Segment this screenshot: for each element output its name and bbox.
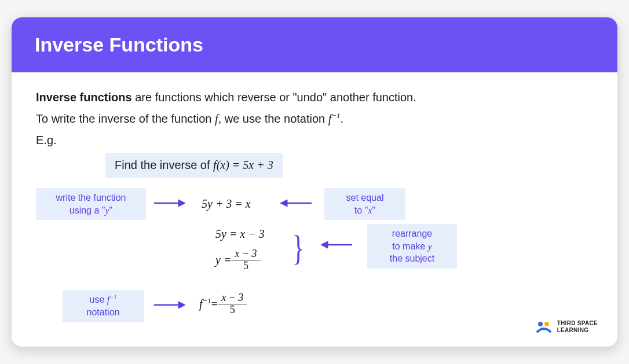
hint-l2b: notation xyxy=(87,307,120,317)
example-fx: f(x) = 5x + 3 xyxy=(213,159,273,171)
hint-l2a: use xyxy=(90,295,107,304)
eq1-text: 5y + 3 = x xyxy=(202,197,251,210)
hint-l1c: " xyxy=(109,205,113,215)
intro-line-2: To write the inverse of the function f, … xyxy=(36,110,593,128)
svg-marker-5 xyxy=(321,241,328,248)
eq3-den: 5 xyxy=(240,260,252,272)
intro-rest-1: are functions which reverse or "undo" an… xyxy=(132,91,416,104)
hint-l1v: y xyxy=(105,205,109,215)
hint-r2b: to make xyxy=(392,241,427,251)
intro-line-1: Inverse functions are functions which re… xyxy=(36,89,593,106)
brace-icon: } xyxy=(292,220,304,275)
brand-line1: THIRD SPACE xyxy=(557,320,598,327)
eq3-lhs: y = xyxy=(215,251,231,269)
hint-set-equal-x: set equal to "x" xyxy=(324,188,405,220)
hint-r2v: y xyxy=(428,241,432,251)
logo-icon xyxy=(535,320,553,334)
eq4-frac: x − 3 5 xyxy=(218,292,247,316)
intro-2b: , we use the notation xyxy=(218,112,328,125)
brand-line2: LEARNING xyxy=(557,327,598,334)
eq2-text: 5y = x − 3 xyxy=(215,227,265,240)
arrow-left-2 xyxy=(320,238,354,252)
hint-l1b: using a " xyxy=(70,205,105,215)
equation-4: f−1 = x − 3 5 xyxy=(199,292,247,316)
svg-point-8 xyxy=(538,322,543,326)
hint-r2a: rearrange xyxy=(392,229,432,238)
eq3-num: x − 3 xyxy=(231,248,260,260)
hint-r1c: " xyxy=(372,205,375,215)
hint-r2c: the subject xyxy=(390,253,434,263)
eq4-den: 5 xyxy=(226,304,239,316)
svg-marker-7 xyxy=(178,302,185,308)
finv-sup: −1 xyxy=(331,111,340,120)
content: Inverse functions are functions which re… xyxy=(12,72,617,347)
hint-l1a: write the function xyxy=(56,193,126,203)
eq4-lhs: f−1 xyxy=(199,295,211,313)
svg-marker-1 xyxy=(178,200,185,207)
arrow-right-2 xyxy=(152,298,186,312)
hint-r1b: to " xyxy=(354,205,368,215)
brand-text: THIRD SPACE LEARNING xyxy=(557,320,598,334)
eq4-num: x − 3 xyxy=(218,292,247,304)
eq4-eq: = xyxy=(211,295,218,313)
page-title: Inverse Functions xyxy=(35,34,594,56)
equation-3: y = x − 3 5 xyxy=(215,248,261,272)
hint-rearrange: rearrange to make y the subject xyxy=(367,224,457,269)
eq3-frac: x − 3 5 xyxy=(231,248,260,272)
svg-marker-3 xyxy=(280,200,287,207)
hint-l2v: f−1 xyxy=(107,295,117,304)
hint-use-finv: use f−1 notation xyxy=(63,290,144,322)
intro-2c: . xyxy=(341,112,344,125)
example-problem: Find the inverse of f(x) = 5x + 3 xyxy=(105,153,283,178)
header: Inverse Functions xyxy=(12,17,617,72)
intro-strong: Inverse functions xyxy=(36,91,132,104)
brand-logo: THIRD SPACE LEARNING xyxy=(535,320,598,334)
svg-point-9 xyxy=(544,322,549,326)
hint-write-using-y: write the function using a "y" xyxy=(36,188,146,220)
eg-label: E.g. xyxy=(36,131,593,149)
diagram: write the function using a "y" 5y + 3 = … xyxy=(36,188,593,333)
equation-2: 5y = x − 3 xyxy=(215,225,265,243)
lesson-card: Inverse Functions Inverse functions are … xyxy=(12,17,617,347)
equation-1: 5y + 3 = x xyxy=(202,195,251,213)
example-text: Find the inverse of xyxy=(115,159,213,171)
arrow-right-1 xyxy=(152,196,186,210)
hint-r1a: set equal xyxy=(346,193,384,203)
intro-finv: f−1 xyxy=(328,112,341,125)
arrow-left-1 xyxy=(279,196,314,210)
intro-2a: To write the inverse of the function xyxy=(36,112,215,125)
